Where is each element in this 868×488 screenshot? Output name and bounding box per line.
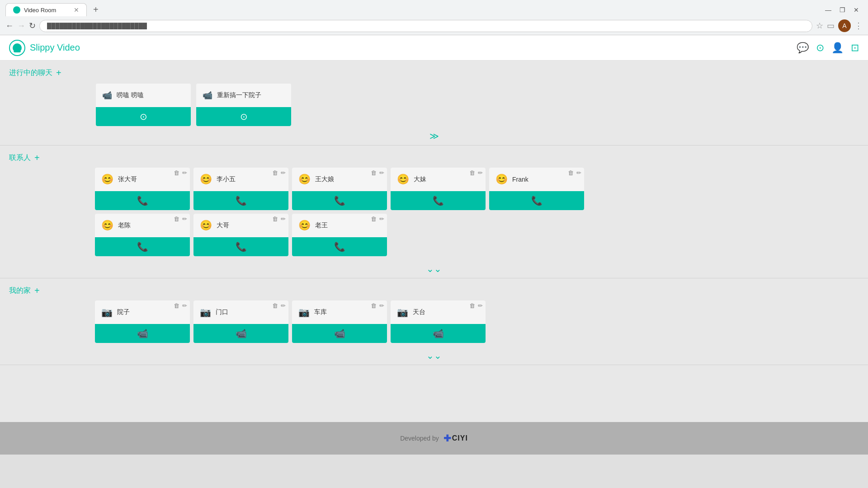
account-icon[interactable]: A (838, 19, 851, 32)
home-4-footer[interactable]: 📹 (391, 324, 486, 343)
address-bar[interactable] (39, 20, 812, 32)
contact-2-footer[interactable]: 📞 (193, 191, 288, 210)
face-icon-7: 😊 (200, 220, 212, 231)
call-icon-1: 📞 (137, 195, 148, 206)
section-active-chats: 进行中的聊天 + 📹 唠嗑 唠嗑 ⊙ 📹 重新搞一下院子 (0, 61, 868, 145)
app-logo: Slippy Video (9, 40, 80, 56)
minimize-button[interactable]: — (821, 5, 835, 15)
contact-2-delete-btn[interactable]: 🗑 (272, 169, 278, 176)
chevron-down-icon-1: ≫ (429, 131, 439, 141)
maximize-button[interactable]: ❐ (836, 5, 849, 15)
contact-4-delete-btn[interactable]: 🗑 (469, 169, 475, 176)
reload-button[interactable]: ↻ (29, 21, 36, 31)
home-1-name: 院子 (117, 308, 130, 316)
contact-card-2: 🗑 ✏ 😊 李小五 📞 (193, 168, 288, 210)
contact-7-footer[interactable]: 📞 (193, 237, 288, 256)
card-footer-2[interactable]: ⊙ (196, 107, 291, 126)
home-call-icon-1: 📹 (137, 328, 148, 339)
cctv-icon-1: 📷 (101, 307, 113, 318)
home-2-edit-btn[interactable]: ✏ (281, 302, 286, 309)
contact-8-footer[interactable]: 📞 (292, 237, 387, 256)
call-icon-6: 📞 (137, 241, 148, 252)
home-4-delete-btn[interactable]: 🗑 (469, 302, 475, 309)
home-1-footer[interactable]: 📹 (95, 324, 190, 343)
bookmark-icon[interactable]: ☆ (816, 21, 823, 31)
contact-4-edit-btn[interactable]: ✏ (478, 169, 483, 176)
home-card-3: 🗑 ✏ 📷 车库 📹 (292, 300, 387, 343)
contact-5-delete-btn[interactable]: 🗑 (568, 169, 574, 176)
home-4-actions: 🗑 ✏ (469, 302, 483, 309)
contact-1-edit-btn[interactable]: ✏ (182, 169, 187, 176)
contact-3-footer[interactable]: 📞 (292, 191, 387, 210)
home-1-edit-btn[interactable]: ✏ (182, 302, 187, 309)
section-header: 进行中的聊天 + (0, 68, 868, 83)
contact-3-name: 王大娘 (315, 175, 334, 183)
home-2-delete-btn[interactable]: 🗑 (272, 302, 278, 309)
face-icon-6: 😊 (101, 220, 113, 231)
contact-5-edit-btn[interactable]: ✏ (576, 169, 581, 176)
video-icon-2: 📹 (203, 90, 212, 100)
home-3-footer[interactable]: 📹 (292, 324, 387, 343)
home-3-actions: 🗑 ✏ (371, 302, 384, 309)
account-header-icon[interactable]: 👤 (831, 42, 844, 54)
contact-6-footer[interactable]: 📞 (95, 237, 190, 256)
contact-6-edit-btn[interactable]: ✏ (182, 216, 187, 222)
card-active-2: 📹 重新搞一下院子 ⊙ (196, 84, 291, 126)
home-3-name: 车库 (314, 308, 327, 316)
split-icon[interactable]: ▭ (827, 21, 835, 31)
contact-3-edit-btn[interactable]: ✏ (379, 169, 384, 176)
contacts-section-header: 联系人 + (0, 153, 868, 168)
tab-close-icon[interactable]: ✕ (74, 6, 79, 14)
card-header-2: 📹 重新搞一下院子 (196, 84, 291, 107)
contacts-more[interactable]: ⌄⌄ (0, 260, 868, 278)
logo-icon (9, 40, 25, 56)
home-1-delete-btn[interactable]: 🗑 (174, 302, 179, 309)
close-button[interactable]: ✕ (850, 5, 863, 15)
home-3-delete-btn[interactable]: 🗑 (371, 302, 377, 309)
new-tab-button[interactable]: + (89, 3, 103, 17)
home-2-footer[interactable]: 📹 (193, 324, 288, 343)
browser-tab[interactable]: Video Room ✕ (5, 3, 87, 16)
home-2-actions: 🗑 ✏ (272, 302, 286, 309)
contacts-add-button[interactable]: + (34, 153, 40, 163)
footer-brand-name: CIYI (452, 434, 468, 442)
contact-1-actions: 🗑 ✏ (174, 169, 187, 176)
active-chats-more[interactable]: ≫ (0, 127, 868, 145)
video-icon-1: 📹 (102, 90, 112, 100)
contact-5-footer[interactable]: 📞 (489, 191, 584, 210)
contact-2-name: 李小五 (217, 175, 236, 183)
contact-1-delete-btn[interactable]: 🗑 (174, 169, 179, 176)
contact-2-edit-btn[interactable]: ✏ (281, 169, 286, 176)
card-footer-1[interactable]: ⊙ (96, 107, 191, 126)
forward-button[interactable]: → (17, 21, 25, 31)
menu-icon[interactable]: ⋮ (854, 21, 863, 31)
contact-6-delete-btn[interactable]: 🗑 (174, 216, 179, 222)
home-4-edit-btn[interactable]: ✏ (478, 302, 483, 309)
contact-7-edit-btn[interactable]: ✏ (281, 216, 286, 222)
chat-icon[interactable]: 💬 (797, 42, 809, 54)
contact-8-delete-btn[interactable]: 🗑 (371, 216, 377, 222)
myhome-add-button[interactable]: + (34, 286, 40, 296)
contact-7-delete-btn[interactable]: 🗑 (272, 216, 278, 222)
myhome-more[interactable]: ⌄⌄ (0, 347, 868, 365)
call-icon-5: 📞 (531, 195, 542, 206)
dots-icon[interactable]: ⊙ (816, 42, 824, 54)
contact-6-actions: 🗑 ✏ (174, 216, 187, 222)
app-footer: Developed by ✚ CIYI (0, 422, 868, 455)
face-icon-2: 😊 (200, 174, 212, 185)
footer-plus-icon: ✚ (443, 433, 451, 444)
contact-4-footer[interactable]: 📞 (391, 191, 486, 210)
contact-5-name: Frank (512, 176, 528, 183)
active-chats-add-button[interactable]: + (56, 68, 61, 78)
contact-3-delete-btn[interactable]: 🗑 (371, 169, 377, 176)
contact-8-edit-btn[interactable]: ✏ (379, 216, 384, 222)
home-3-edit-btn[interactable]: ✏ (379, 302, 384, 309)
back-button[interactable]: ← (5, 21, 14, 31)
contacts-title: 联系人 (9, 153, 31, 163)
contact-card-8: 🗑 ✏ 😊 老王 📞 (292, 214, 387, 256)
myhome-cards: 🗑 ✏ 📷 院子 📹 🗑 ✏ 📷 门口 (0, 300, 868, 343)
cctv-icon-2: 📷 (200, 307, 211, 318)
contact-1-footer[interactable]: 📞 (95, 191, 190, 210)
myhome-section-header: 我的家 + (0, 286, 868, 300)
settings-icon[interactable]: ⊡ (851, 42, 859, 54)
